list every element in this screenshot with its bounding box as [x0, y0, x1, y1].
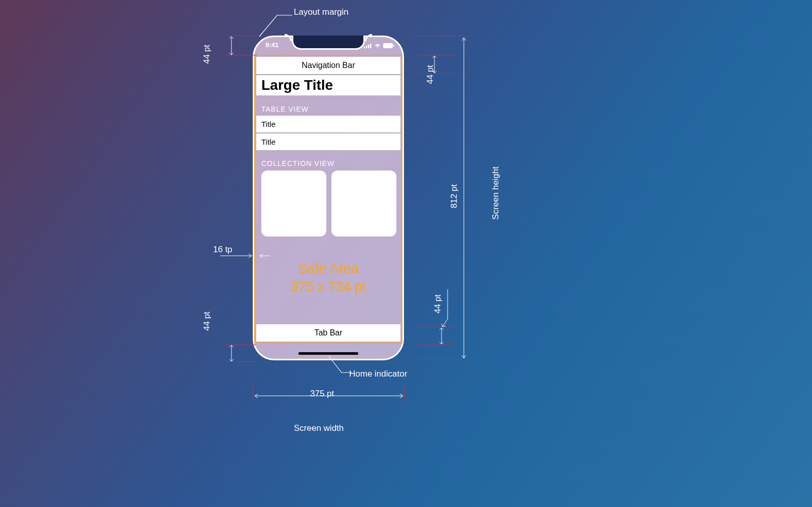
dim-arrow: [442, 289, 452, 330]
svg-rect-3: [370, 44, 371, 48]
dim-arrow: [438, 327, 445, 345]
dim-arrow: [431, 55, 437, 74]
wifi-icon: [374, 42, 381, 47]
callout-line: [329, 356, 359, 374]
measure-tick: [417, 345, 456, 345]
table-row[interactable]: Title: [256, 116, 400, 133]
dim-height: 812 pt: [449, 184, 459, 208]
large-title: Large Title: [256, 75, 400, 95]
signal-icon: [364, 42, 372, 47]
collection-item[interactable]: [261, 171, 326, 236]
battery-icon: [383, 42, 394, 47]
dim-arrow: [218, 253, 271, 259]
dim-arrow: [228, 36, 234, 56]
home-indicator[interactable]: [298, 352, 358, 355]
table-row[interactable]: Title: [256, 133, 400, 151]
label-screen-height: Screen height: [491, 166, 501, 220]
safe-area-dim: 375 x 734 pt: [255, 279, 401, 295]
phone-frame: 9:41 Navigation Bar Large Title TABLE VI…: [253, 36, 404, 360]
collection-item[interactable]: [331, 171, 396, 236]
tab-bar[interactable]: Tab Bar: [256, 324, 400, 342]
safe-area-label: Safe Area: [255, 261, 401, 277]
dim-status-height: 44 pt: [202, 45, 212, 64]
label-screen-width: Screen width: [294, 423, 344, 433]
svg-rect-0: [364, 47, 365, 48]
dim-arrow: [461, 36, 467, 360]
table-view-header: TABLE VIEW: [261, 105, 309, 113]
safe-area: Navigation Bar Large Title TABLE VIEW Ti…: [254, 55, 402, 344]
svg-rect-5: [393, 45, 394, 47]
dim-arrow: [253, 393, 405, 399]
svg-rect-1: [366, 46, 367, 48]
svg-rect-2: [368, 45, 369, 48]
collection-view-header: COLLECTION VIEW: [261, 159, 334, 167]
dim-home-height: 44 pt: [202, 312, 212, 331]
dim-arrow: [228, 344, 234, 362]
navigation-bar[interactable]: Navigation Bar: [256, 57, 400, 75]
svg-rect-4: [383, 43, 393, 48]
callout-line: [257, 15, 302, 45]
